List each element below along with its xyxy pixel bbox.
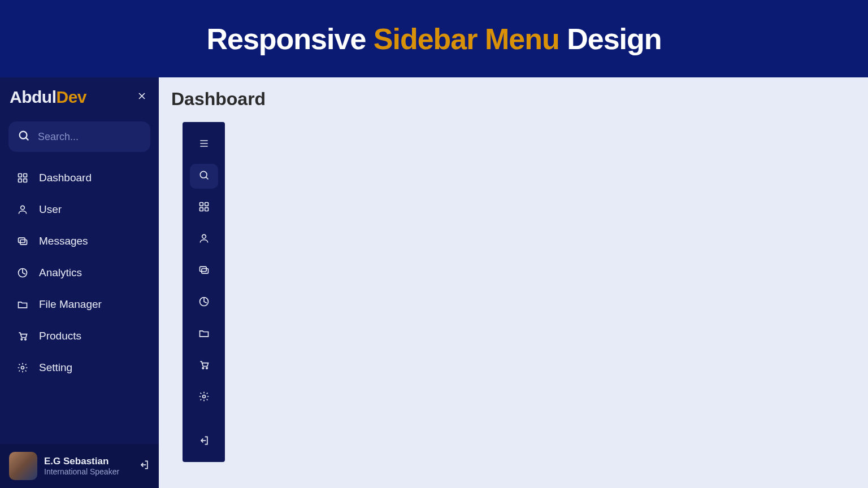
sidebar-item-products[interactable]: Products	[8, 320, 150, 352]
top-banner: Responsive Sidebar Menu Design	[0, 0, 868, 77]
dashboard-icon	[16, 172, 29, 184]
banner-title-pre: Responsive	[206, 23, 373, 55]
page-title: Dashboard	[171, 89, 856, 110]
close-sidebar-button[interactable]	[136, 90, 147, 104]
analytics-icon	[198, 296, 210, 310]
sidebar-item-setting[interactable]: Setting	[8, 352, 150, 384]
analytics-icon	[16, 267, 29, 279]
sidebar-item-user[interactable]: User	[8, 194, 150, 225]
mini-item-analytics[interactable]	[190, 290, 218, 315]
sidebar-header: AbdulDev	[0, 77, 159, 112]
mini-logout-button[interactable]	[190, 429, 218, 454]
dashboard-icon	[198, 201, 210, 215]
folder-icon	[198, 328, 210, 341]
mini-item-dashboard[interactable]	[190, 195, 218, 220]
sidebar-collapsed	[183, 122, 225, 462]
logout-icon	[198, 435, 210, 448]
close-icon	[136, 90, 147, 104]
messages-icon	[16, 235, 29, 247]
mini-item-file-manager[interactable]	[190, 322, 218, 347]
sidebar-item-label: Dashboard	[39, 172, 92, 184]
gear-icon	[16, 361, 29, 374]
sidebar-expanded: AbdulDev Dashboard User Messages	[0, 77, 159, 488]
sidebar-footer: E.G Sebastian International Speaker	[0, 444, 159, 488]
banner-title-post: Design	[559, 23, 662, 55]
sidebar-item-label: File Manager	[39, 298, 102, 311]
sidebar-nav: Dashboard User Messages Analytics File M…	[0, 156, 159, 444]
sidebar-item-label: Messages	[39, 235, 88, 247]
user-name: E.G Sebastian	[44, 456, 132, 467]
search-input[interactable]	[38, 131, 141, 143]
mini-item-messages[interactable]	[190, 259, 218, 284]
mini-item-user[interactable]	[190, 227, 218, 252]
search-icon	[198, 169, 210, 183]
folder-icon	[16, 298, 29, 311]
mini-search-button[interactable]	[190, 164, 218, 189]
avatar	[9, 452, 37, 480]
mini-item-products[interactable]	[190, 354, 218, 378]
hamburger-icon	[198, 138, 210, 151]
messages-icon	[198, 264, 210, 278]
mini-item-setting[interactable]	[190, 385, 218, 410]
banner-title-accent: Sidebar Menu	[374, 23, 559, 55]
search-icon	[18, 129, 30, 144]
user-info: E.G Sebastian International Speaker	[44, 456, 132, 476]
sidebar-item-label: Products	[39, 330, 81, 342]
logout-icon	[138, 463, 150, 472]
logo: AbdulDev	[10, 88, 86, 107]
search-container[interactable]	[8, 121, 150, 152]
user-role: International Speaker	[44, 467, 132, 476]
content-area: Dashboard	[159, 77, 868, 488]
gear-icon	[198, 391, 210, 404]
sidebar-item-file-manager[interactable]: File Manager	[8, 289, 150, 320]
sidebar-item-label: User	[39, 203, 62, 216]
sidebar-item-messages[interactable]: Messages	[8, 225, 150, 257]
sidebar-item-dashboard[interactable]: Dashboard	[8, 162, 150, 194]
banner-title: Responsive Sidebar Menu Design	[206, 22, 661, 56]
cart-icon	[16, 330, 29, 342]
user-icon	[198, 233, 210, 246]
sidebar-item-label: Setting	[39, 361, 72, 374]
logo-part-2: Dev	[56, 88, 86, 106]
logout-button[interactable]	[138, 459, 150, 473]
cart-icon	[198, 359, 210, 373]
logo-part-1: Abdul	[10, 88, 56, 106]
sidebar-item-label: Analytics	[39, 267, 82, 279]
user-icon	[16, 203, 29, 216]
mini-toggle-button[interactable]	[190, 132, 218, 157]
sidebar-item-analytics[interactable]: Analytics	[8, 257, 150, 289]
